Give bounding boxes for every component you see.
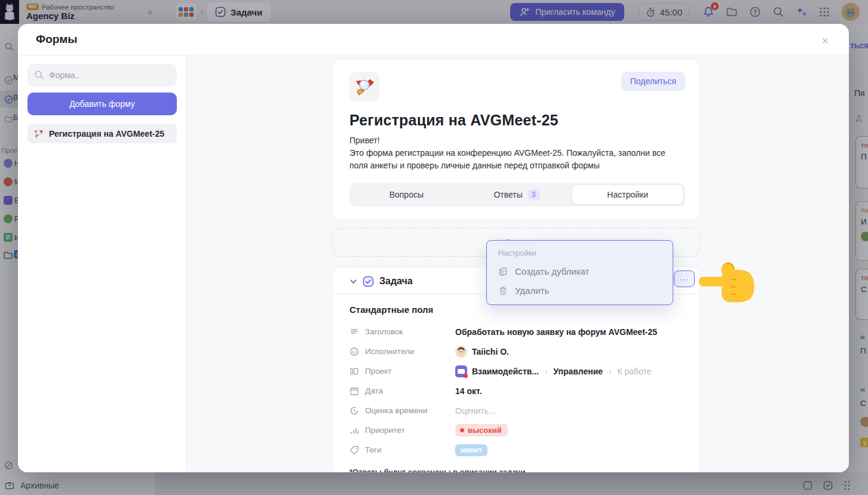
field-row-project: Проект Взаимодейств... › Управление › К … bbox=[349, 361, 683, 381]
field-row-tags: Теги ивент bbox=[349, 440, 683, 460]
breadcrumb-arrow-icon: › bbox=[609, 367, 611, 376]
calendar-icon bbox=[349, 386, 359, 396]
answers-count-badge: 3 bbox=[527, 189, 540, 200]
form-emoji-tile[interactable] bbox=[349, 72, 379, 102]
project-icon bbox=[455, 365, 467, 377]
form-tabs: Вопросы Ответы 3 Настройки bbox=[349, 183, 685, 207]
forms-modal: Формы × Добавить форму bbox=[18, 24, 849, 472]
field-value-project[interactable]: Взаимодейств... › Управление › К работе bbox=[455, 365, 652, 377]
menu-item-label: Создать дубликат bbox=[515, 266, 589, 276]
field-value-estimate[interactable]: Оценить... bbox=[455, 406, 495, 416]
field-value-priority[interactable]: высокий bbox=[455, 424, 508, 436]
breadcrumb-arrow-icon: › bbox=[545, 367, 547, 376]
smiley-icon bbox=[349, 347, 359, 356]
priority-bars-icon bbox=[349, 426, 359, 435]
field-value-date[interactable]: 14 окт. bbox=[455, 386, 482, 396]
tab-settings[interactable]: Настройки bbox=[572, 185, 683, 205]
tab-questions-label: Вопросы bbox=[389, 190, 424, 199]
standard-fields-heading: Стандартные поля bbox=[349, 305, 683, 315]
tab-answers[interactable]: Ответы 3 bbox=[462, 185, 572, 205]
form-list-item[interactable]: Регистрация на AVGMeet-25 bbox=[27, 124, 177, 143]
assignee-name: Taiichi O. bbox=[472, 347, 509, 356]
task-check-icon bbox=[363, 276, 374, 287]
menu-item-duplicate[interactable]: Создать дубликат bbox=[498, 266, 661, 276]
field-label: Приоритет bbox=[365, 426, 405, 435]
form-search-input[interactable] bbox=[27, 64, 177, 87]
task-context-menu: Настройки Создать дубликат bbox=[486, 240, 673, 305]
pointing-hand-emoji bbox=[698, 256, 757, 309]
board-name: Управление bbox=[553, 367, 603, 376]
priority-badge: высокий bbox=[455, 424, 508, 436]
field-label: Заголовок bbox=[365, 327, 403, 336]
context-menu-header: Настройки bbox=[498, 248, 661, 257]
form-list-item-label: Регистрация на AVGMeet-25 bbox=[49, 129, 164, 139]
field-label: Проект bbox=[365, 367, 391, 376]
tab-answers-label: Ответы bbox=[493, 190, 522, 199]
menu-item-label: Удалить bbox=[515, 285, 549, 296]
rocket-form-icon bbox=[354, 76, 375, 97]
field-row-estimate: Оценка времени Оценить... bbox=[349, 401, 683, 420]
column-name: К работе bbox=[617, 367, 651, 376]
tag-icon bbox=[349, 445, 359, 455]
rocket-form-icon bbox=[33, 128, 44, 139]
app-root: BIZ Рабочее пространство Agency Biz « › … bbox=[0, 0, 868, 495]
modal-title: Формы bbox=[36, 33, 77, 46]
menu-item-delete[interactable]: Удалить bbox=[498, 285, 661, 296]
form-description: Привет! Это форма регистрации на конфере… bbox=[349, 134, 685, 172]
field-label: Дата bbox=[365, 386, 383, 395]
field-value-assignees[interactable]: Taiichi O. bbox=[455, 346, 509, 358]
forms-sidebar: Добавить форму Регистрация на AVGMeet-25 bbox=[18, 55, 187, 472]
chevron-down-icon[interactable] bbox=[349, 278, 357, 285]
field-label: Оценка времени bbox=[365, 406, 427, 415]
project-name: Взаимодейств... bbox=[472, 367, 539, 376]
form-header-card: Поделиться Регистрация на AVGMeet-25 При… bbox=[332, 59, 700, 220]
field-row-assignees: Исполнители bbox=[349, 342, 683, 361]
search-icon bbox=[34, 70, 44, 80]
field-label: Теги bbox=[365, 445, 381, 454]
assignee-avatar bbox=[455, 346, 467, 358]
duplicate-icon bbox=[498, 267, 508, 276]
text-lines-icon bbox=[349, 327, 359, 337]
task-more-button[interactable]: ··· bbox=[674, 270, 695, 287]
field-row-title: Заголовок Обработать новую заявку на фор… bbox=[349, 322, 683, 342]
tag-badge: ивент bbox=[455, 444, 487, 456]
board-icon bbox=[349, 367, 359, 376]
time-estimate-icon bbox=[349, 406, 359, 416]
field-value-title[interactable]: Обработать новую заявку на форум AVGMeet… bbox=[455, 327, 657, 337]
field-label: Исполнители bbox=[365, 347, 414, 356]
add-form-button[interactable]: Добавить форму bbox=[27, 93, 177, 115]
share-button[interactable]: Поделиться bbox=[621, 72, 685, 91]
tab-settings-label: Настройки bbox=[607, 190, 648, 199]
modal-header: Формы × bbox=[18, 24, 849, 55]
field-value-tags[interactable]: ивент bbox=[455, 444, 487, 456]
close-icon[interactable]: × bbox=[817, 32, 833, 49]
field-row-priority: Приоритет высокий bbox=[349, 420, 683, 440]
field-row-date: Дата 14 окт. bbox=[349, 381, 683, 401]
answers-footnote: *Ответы будут сохранены в описании задач… bbox=[349, 468, 683, 472]
task-section-title: Задача bbox=[379, 276, 413, 287]
trash-icon bbox=[498, 286, 508, 296]
tab-questions[interactable]: Вопросы bbox=[351, 185, 462, 205]
form-title: Регистрация на AVGMeet-25 bbox=[349, 112, 685, 129]
